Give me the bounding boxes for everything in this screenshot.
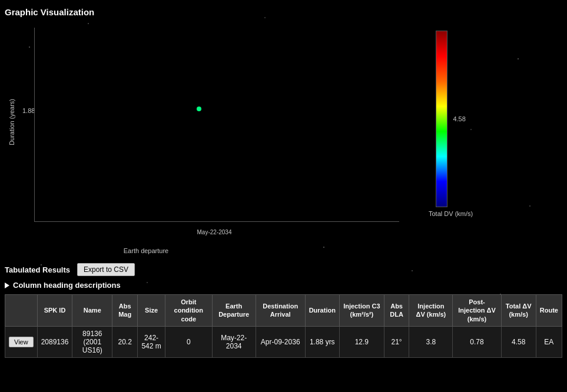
cell-spk-id: 2089136: [37, 326, 72, 357]
tabulated-results-bar: Tabulated Results Export to CSV: [5, 263, 562, 276]
chart-area: [34, 28, 399, 222]
cell-injection-c3: 12.9: [339, 326, 384, 357]
color-bar: [436, 31, 447, 207]
cell-view[interactable]: View: [5, 326, 38, 357]
legend-mid-value: 4.58: [453, 115, 465, 122]
cell-destination-arrival: Apr-09-2036: [256, 326, 305, 357]
cell-abs-mag: 20.2: [112, 326, 138, 357]
col-header-post-injection-dv: Post-Injection ΔV (km/s): [453, 295, 501, 327]
y-axis-value: 1.88: [22, 107, 35, 114]
tabulated-label: Tabulated Results: [5, 265, 70, 274]
view-button[interactable]: View: [9, 337, 34, 347]
data-point: [197, 107, 201, 111]
cell-duration: 1.88 yrs: [305, 326, 339, 357]
col-header-route: Route: [536, 295, 562, 327]
legend-value-container: 4.58: [450, 31, 465, 207]
col-header-earth-departure: Earth Departure: [212, 295, 256, 327]
column-heading-row: Column heading descriptions: [5, 281, 562, 290]
col-header-view: [5, 295, 38, 327]
col-header-total-dv: Total ΔV (km/s): [501, 295, 536, 327]
app-title: Graphic Visualization: [5, 5, 562, 22]
col-header-injection-c3: Injection C3 (km²/s²): [339, 295, 384, 327]
table-row: View 2089136 89136 (2001 US16) 20.2 242-…: [5, 326, 562, 357]
col-header-spk-id: SPK ID: [37, 295, 72, 327]
cell-post-injection-dv: 0.78: [453, 326, 501, 357]
column-heading-label: Column heading descriptions: [13, 281, 121, 290]
y-axis-label: Duration (years): [8, 99, 15, 145]
cell-injection-dv: 3.8: [409, 326, 453, 357]
legend-title: Total DV (km/s): [429, 210, 473, 217]
col-header-duration: Duration: [305, 295, 339, 327]
chart-container: Duration (years) 1.88 May-22-2034 Earth …: [5, 22, 405, 257]
cell-abs-dla: 21°: [384, 326, 409, 357]
col-header-injection-dv: Injection ΔV (km/s): [409, 295, 453, 327]
export-csv-button[interactable]: Export to CSV: [77, 263, 135, 276]
x-axis-label: Earth departure: [124, 247, 168, 254]
x-axis-tick: May-22-2034: [197, 229, 232, 235]
cell-total-dv: 4.58: [501, 326, 536, 357]
col-header-size: Size: [138, 295, 165, 327]
col-header-abs-mag: Abs Mag: [112, 295, 138, 327]
color-bar-row: 4.58: [436, 31, 465, 207]
col-header-abs-dla: Abs DLA: [384, 295, 409, 327]
cell-route: EA: [536, 326, 562, 357]
table-header-row: SPK ID Name Abs Mag Size Orbit condition…: [5, 295, 562, 327]
chart-section: Duration (years) 1.88 May-22-2034 Earth …: [5, 22, 562, 257]
col-header-name: Name: [72, 295, 112, 327]
cell-name: 89136 (2001 US16): [72, 326, 112, 357]
cell-earth-departure: May-22-2034: [212, 326, 256, 357]
results-table: SPK ID Name Abs Mag Size Orbit condition…: [5, 294, 562, 358]
cell-orbit: 0: [165, 326, 213, 357]
cell-size: 242-542 m: [138, 326, 165, 357]
expand-icon[interactable]: [5, 283, 9, 288]
col-header-destination-arrival: Destination Arrival: [256, 295, 305, 327]
legend-container: 4.58 Total DV (km/s): [429, 31, 473, 217]
col-header-orbit: Orbit condition code: [165, 295, 213, 327]
